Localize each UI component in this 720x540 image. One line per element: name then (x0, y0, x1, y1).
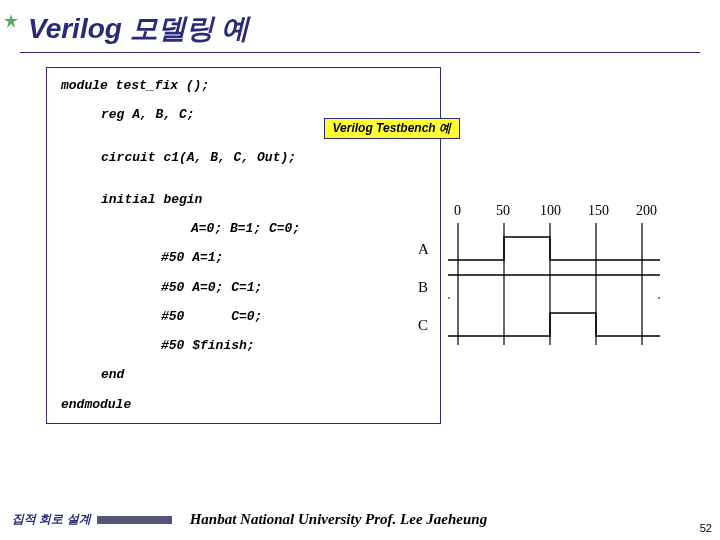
timing-svg (438, 205, 678, 355)
signal-label: C (418, 317, 428, 334)
code-line: endmodule (61, 397, 426, 413)
footer: 집적 회로 설계 Hanbat National University Prof… (0, 511, 720, 528)
code-line: #50 $finish; (61, 338, 426, 354)
testbench-label: Verilog Testbench 예 (324, 118, 460, 139)
code-line: module test_fix (); (61, 78, 426, 94)
code-line: end (61, 367, 426, 383)
code-line: #50 C=0; (61, 309, 426, 325)
signal-label: B (418, 279, 428, 296)
title-underline (20, 52, 700, 53)
page-number: 52 (700, 522, 712, 534)
bullet-star-icon (4, 14, 18, 28)
page-title: Verilog 모델링 예 (28, 10, 700, 48)
footer-right: Hanbat National University Prof. Lee Jae… (190, 511, 488, 528)
footer-bar-icon (97, 516, 172, 524)
code-line: A=0; B=1; C=0; (61, 221, 426, 237)
code-box: Verilog Testbench 예 module test_fix (); … (46, 67, 441, 424)
svg-marker-0 (4, 14, 18, 28)
code-line: #50 A=1; (61, 250, 426, 266)
tick-label: 200 (636, 203, 657, 219)
code-line: #50 A=0; C=1; (61, 280, 426, 296)
tick-label: 0 (454, 203, 461, 219)
footer-left: 집적 회로 설계 (12, 511, 91, 528)
code-line: initial begin (61, 192, 426, 208)
timing-diagram: 0 50 100 150 200 A B C (438, 205, 698, 359)
tick-label: 100 (540, 203, 561, 219)
code-line: circuit c1(A, B, C, Out); (61, 150, 426, 166)
slide: Verilog 모델링 예 Verilog Testbench 예 module… (0, 0, 720, 540)
signal-label: A (418, 241, 429, 258)
tick-label: 150 (588, 203, 609, 219)
tick-label: 50 (496, 203, 510, 219)
